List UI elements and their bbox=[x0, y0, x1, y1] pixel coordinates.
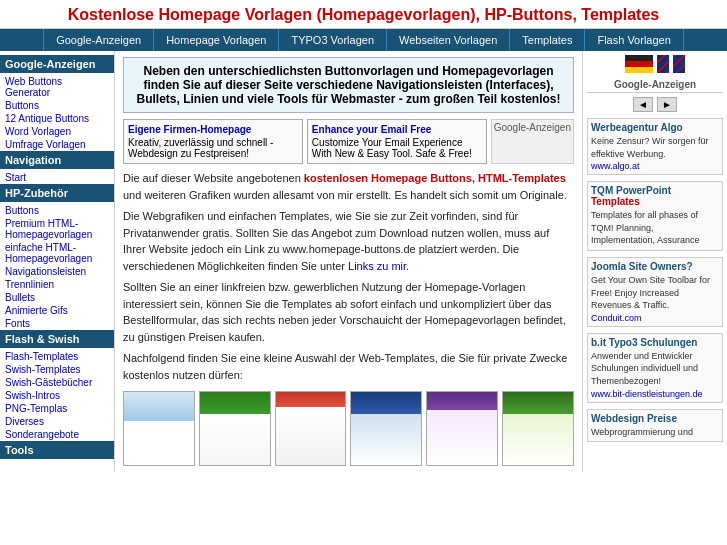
sidebar-navigation-title: Navigation bbox=[0, 151, 114, 169]
sidebar-google-link[interactable]: Word Vorlagen bbox=[0, 125, 114, 138]
flag-box bbox=[587, 55, 723, 73]
page-title: Kostenlose Homepage Vorlagen (Homepagevo… bbox=[2, 6, 725, 24]
sidebar-flash-link[interactable]: Diverses bbox=[0, 415, 114, 428]
thumb-img-4 bbox=[351, 392, 421, 465]
nav-item-4[interactable]: Templates bbox=[510, 29, 585, 51]
thumbnail-1[interactable] bbox=[123, 391, 195, 466]
nav-item-1[interactable]: Homepage Vorlagen bbox=[154, 29, 279, 51]
right-ad-5: Webdesign Preise Webprogrammierung und bbox=[587, 409, 723, 443]
sidebar-google-links: Web Buttons GeneratorButtons12 Antique B… bbox=[0, 75, 114, 151]
body-para-2: Die Webgrafiken und einfachen Templates,… bbox=[123, 208, 574, 274]
sidebar-flash-link[interactable]: Swish-Templates bbox=[0, 363, 114, 376]
thumbnail-3[interactable] bbox=[275, 391, 347, 466]
thumb-img-2 bbox=[200, 392, 270, 465]
sidebar-google-link[interactable]: Umfrage Vorlagen bbox=[0, 138, 114, 151]
right-ad-4: b.it Typo3 Schulungen Anwender und Entwi… bbox=[587, 333, 723, 403]
sidebar-flash-link[interactable]: Swish-Intros bbox=[0, 389, 114, 402]
sidebar-hp-link[interactable]: einfache HTML-Homepagevorlagen bbox=[0, 241, 114, 265]
sidebar-hp-link[interactable]: Bullets bbox=[0, 291, 114, 304]
ad2-title[interactable]: Enhance your Email Free bbox=[312, 124, 482, 135]
ad1-title[interactable]: Eigene Firmen-Homepage bbox=[128, 124, 298, 135]
ad-box-2: Enhance your Email Free Customize Your E… bbox=[307, 119, 487, 164]
thumb-img-1 bbox=[124, 392, 194, 465]
right-ad-1-link[interactable]: www.algo.at bbox=[591, 161, 640, 171]
right-ad-2-text: Templates for all phases of TQM! Plannin… bbox=[591, 209, 719, 247]
sidebar-flash-link[interactable]: PNG-Templas bbox=[0, 402, 114, 415]
right-ad-1: Werbeagentur Algo Keine Zensur? Wir sorg… bbox=[587, 118, 723, 175]
links-link[interactable]: Links zu mir bbox=[348, 260, 406, 272]
thumbnail-2[interactable] bbox=[199, 391, 271, 466]
sidebar-flash-link[interactable]: Swish-Gästebücher bbox=[0, 376, 114, 389]
google-ads-label: Google-Anzeigen bbox=[494, 122, 571, 133]
right-ad-3-link[interactable]: Conduit.com bbox=[591, 313, 642, 323]
right-ad-2-title: TQM PowerPointTemplates bbox=[591, 185, 719, 207]
ad-nav-prev[interactable]: ◄ bbox=[633, 97, 653, 112]
ad-row: Eigene Firmen-Homepage Kreativ, zuverläs… bbox=[123, 119, 574, 164]
right-google-label: Google-Anzeigen bbox=[587, 79, 723, 93]
sidebar-hp-link[interactable]: Buttons bbox=[0, 204, 114, 217]
sidebar-hp-links: ButtonsPremium HTML-Homepagevorlageneinf… bbox=[0, 204, 114, 330]
main-layout: Google-Anzeigen Web Buttons GeneratorBut… bbox=[0, 51, 727, 472]
thumbnail-4[interactable] bbox=[350, 391, 422, 466]
sidebar-hp-link[interactable]: Animierte Gifs bbox=[0, 304, 114, 317]
flag-de[interactable] bbox=[625, 55, 653, 73]
sidebar-nav-link[interactable]: Start bbox=[0, 171, 114, 184]
left-sidebar: Google-Anzeigen Web Buttons GeneratorBut… bbox=[0, 51, 115, 472]
body-para-4: Nachfolgend finden Sie eine kleine Auswa… bbox=[123, 350, 574, 383]
flag-de-gold bbox=[625, 67, 653, 73]
right-ad-1-text: Keine Zensur? Wir sorgen für effektive W… bbox=[591, 135, 719, 160]
body-para-1: Die auf dieser Website angebotenen koste… bbox=[123, 170, 574, 203]
sidebar-flash-link[interactable]: Flash-Templates bbox=[0, 350, 114, 363]
ad2-text: Customize Your Email Experience With New… bbox=[312, 137, 472, 159]
right-ad-3: Joomla Site Owners? Get Your Own Site To… bbox=[587, 257, 723, 327]
sidebar-google-link[interactable]: Web Buttons Generator bbox=[0, 75, 114, 99]
sidebar-hp-link[interactable]: Trennlinien bbox=[0, 278, 114, 291]
sidebar-hp-link[interactable]: Navigationsleisten bbox=[0, 265, 114, 278]
nav-item-0[interactable]: Google-Anzeigen bbox=[43, 29, 154, 51]
nav-item-3[interactable]: Webseiten Vorlagen bbox=[387, 29, 510, 51]
right-ad-2: TQM PowerPointTemplates Templates for al… bbox=[587, 181, 723, 251]
google-ad-bar: Google-Anzeigen bbox=[491, 119, 574, 164]
right-ad-4-link[interactable]: www.bit-dienstleistungen.de bbox=[591, 389, 703, 399]
ad-box-1: Eigene Firmen-Homepage Kreativ, zuverläs… bbox=[123, 119, 303, 164]
thumbnail-6[interactable] bbox=[502, 391, 574, 466]
sidebar-hp-link[interactable]: Fonts bbox=[0, 317, 114, 330]
right-ad-3-title: Joomla Site Owners? bbox=[591, 261, 719, 272]
flag-uk[interactable] bbox=[657, 55, 685, 73]
right-sidebar: Google-Anzeigen ◄ ► Werbeagentur Algo Ke… bbox=[582, 51, 727, 472]
thumbnail-5[interactable] bbox=[426, 391, 498, 466]
right-ad-4-text: Anwender und Entwickler Schulungen indiv… bbox=[591, 350, 719, 388]
right-ad-5-text: Webprogrammierung und bbox=[591, 426, 719, 439]
nav-item-5[interactable]: Flash Vorlagen bbox=[585, 29, 683, 51]
right-ad-5-title: Webdesign Preise bbox=[591, 413, 719, 424]
body-para-3: Sollten Sie an einer linkfreien bzw. gew… bbox=[123, 279, 574, 345]
navigation-bar: Google-AnzeigenHomepage VorlagenTYPO3 Vo… bbox=[0, 29, 727, 51]
sidebar-google-link[interactable]: Buttons bbox=[0, 99, 114, 112]
main-content: Neben den unterschiedlichsten Buttonvorl… bbox=[115, 51, 582, 472]
sidebar-flash-links: Flash-TemplatesSwish-TemplatesSwish-Gäst… bbox=[0, 350, 114, 441]
thumbnail-row bbox=[123, 391, 574, 466]
right-ad-4-title: b.it Typo3 Schulungen bbox=[591, 337, 719, 348]
sidebar-hp-link[interactable]: Premium HTML-Homepagevorlagen bbox=[0, 217, 114, 241]
site-header: Kostenlose Homepage Vorlagen (Homepagevo… bbox=[0, 0, 727, 29]
para1-highlight[interactable]: kostenlosen Homepage Buttons, HTML-Templ… bbox=[304, 172, 566, 184]
sidebar-hp-zubehor-title: HP-Zubehör bbox=[0, 184, 114, 202]
intro-box: Neben den unterschiedlichsten Buttonvorl… bbox=[123, 57, 574, 113]
thumb-img-3 bbox=[276, 392, 346, 465]
sidebar-google-section: Google-Anzeigen bbox=[0, 55, 114, 73]
sidebar-flash-title: Flash & Swish bbox=[0, 330, 114, 348]
right-ad-1-title: Werbeagentur Algo bbox=[591, 122, 719, 133]
ad1-text: Kreativ, zuverlässig und schnell - Webde… bbox=[128, 137, 273, 159]
nav-item-2[interactable]: TYPO3 Vorlagen bbox=[279, 29, 387, 51]
intro-text: Neben den unterschiedlichsten Buttonvorl… bbox=[136, 64, 560, 106]
sidebar-flash-link[interactable]: Sonderangebote bbox=[0, 428, 114, 441]
sidebar-google-link[interactable]: 12 Antique Buttons bbox=[0, 112, 114, 125]
thumb-img-6 bbox=[503, 392, 573, 465]
right-ad-3-text: Get Your Own Site Toolbar for Free! Enjo… bbox=[591, 274, 719, 312]
thumb-img-5 bbox=[427, 392, 497, 465]
ad-nav-next[interactable]: ► bbox=[657, 97, 677, 112]
sidebar-tools-title: Tools bbox=[0, 441, 114, 459]
sidebar-nav-links: Start bbox=[0, 171, 114, 184]
ad-nav: ◄ ► bbox=[587, 97, 723, 112]
